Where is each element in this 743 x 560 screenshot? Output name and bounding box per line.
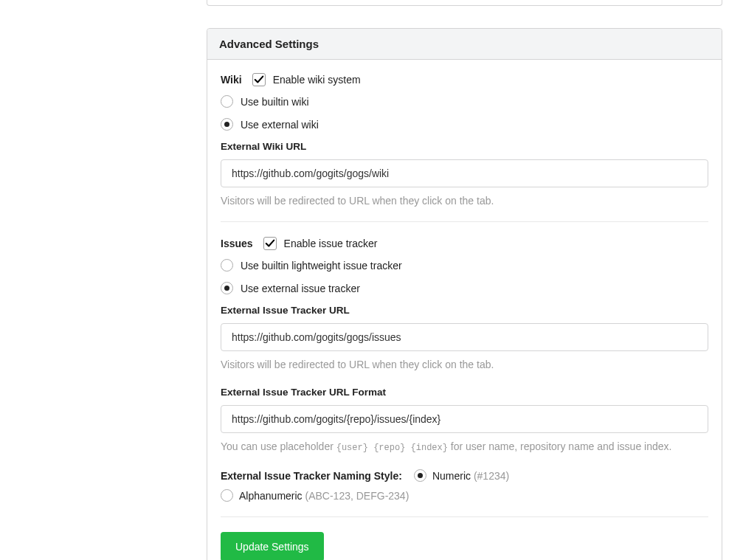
card-header: Advanced Settings [207, 29, 722, 60]
numeric-label-text: Numeric [432, 470, 471, 482]
numeric-radio[interactable] [414, 469, 426, 482]
enable-wiki-label: Enable wiki system [273, 74, 361, 86]
alphanumeric-option-label: Alphanumeric (ABC-123, DEFG-234) [239, 490, 409, 502]
alpha-hint: (ABC-123, DEFG-234) [305, 490, 409, 502]
wiki-external-row: Use external wiki [221, 118, 708, 131]
external-wiki-url-help: Visitors will be redirected to URL when … [221, 195, 708, 207]
wiki-external-label: Use external wiki [241, 119, 319, 131]
enable-wiki-checkbox[interactable] [252, 73, 266, 86]
external-wiki-url-input[interactable] [221, 159, 708, 187]
issues-builtin-radio[interactable] [221, 259, 233, 272]
format-help-code: {user} {repo} {index} [336, 443, 448, 453]
issues-builtin-row: Use builtin lightweight issue tracker [221, 259, 708, 272]
external-issue-format-label: External Issue Tracker URL Format [221, 387, 708, 398]
wiki-builtin-label: Use builtin wiki [241, 96, 309, 108]
external-wiki-url-label: External Wiki URL [221, 141, 708, 152]
issues-builtin-label: Use builtin lightweight issue tracker [241, 260, 402, 272]
external-issue-url-help: Visitors will be redirected to URL when … [221, 359, 708, 370]
previous-card-edge [207, 0, 722, 6]
divider-2 [221, 516, 708, 517]
format-help-pre: You can use placeholder [221, 440, 336, 452]
wiki-external-radio[interactable] [221, 118, 233, 131]
format-help-post: for user name, repository name and issue… [448, 440, 672, 452]
numeric-hint: (#1234) [474, 470, 509, 482]
check-icon [254, 75, 264, 85]
issues-external-radio[interactable] [221, 282, 233, 294]
divider [221, 221, 708, 222]
wiki-builtin-row: Use builtin wiki [221, 95, 708, 108]
issues-external-row: Use external issue tracker [221, 282, 708, 294]
wiki-builtin-radio[interactable] [221, 95, 233, 108]
issues-enable-row: Issues Enable issue tracker [221, 237, 708, 250]
issues-external-label: Use external issue tracker [241, 283, 360, 294]
alphanumeric-radio[interactable] [221, 489, 233, 502]
external-issue-url-input[interactable] [221, 323, 708, 351]
check-icon [265, 238, 275, 249]
enable-issues-label: Enable issue tracker [284, 238, 378, 249]
naming-style-row: External Issue Tracker Naming Style: Num… [221, 469, 708, 502]
external-issue-url-label: External Issue Tracker URL [221, 305, 708, 316]
naming-style-label: External Issue Tracker Naming Style: [221, 470, 402, 482]
update-settings-button[interactable]: Update Settings [221, 532, 324, 560]
wiki-label: Wiki [221, 74, 242, 86]
external-issue-format-help: You can use placeholder {user} {repo} {i… [221, 440, 708, 453]
wiki-enable-row: Wiki Enable wiki system [221, 73, 708, 86]
advanced-settings-card: Advanced Settings Wiki Enable wiki syste… [207, 28, 722, 560]
card-body: Wiki Enable wiki system Use builtin wiki… [207, 60, 722, 560]
alpha-label-text: Alphanumeric [239, 490, 303, 502]
external-issue-format-input[interactable] [221, 405, 708, 433]
numeric-option-label: Numeric (#1234) [432, 470, 509, 482]
issues-label: Issues [221, 238, 253, 249]
enable-issues-checkbox[interactable] [263, 237, 277, 250]
